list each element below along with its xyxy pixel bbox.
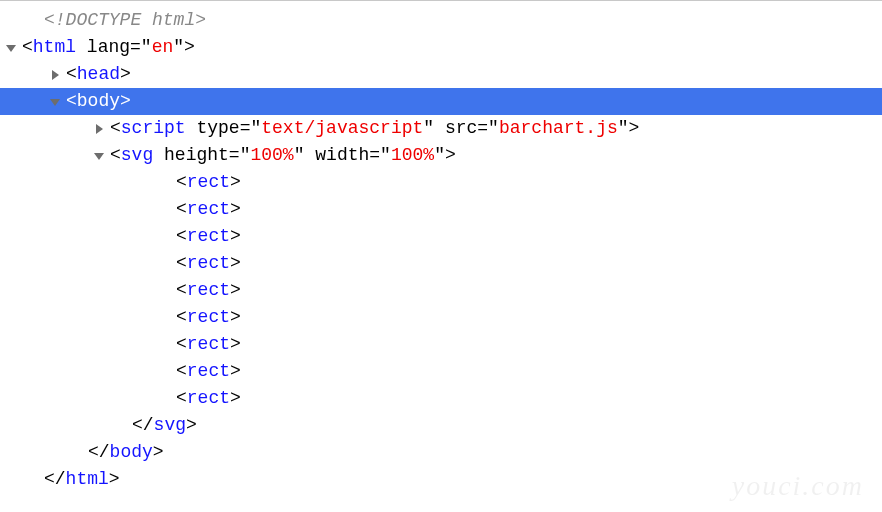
token-pn: <: [176, 172, 187, 192]
tree-row[interactable]: <head>: [0, 61, 882, 88]
token-pn: >: [230, 307, 241, 327]
token-pn: >: [230, 253, 241, 273]
tree-row[interactable]: <rect>: [0, 196, 882, 223]
token-an: width: [315, 145, 369, 165]
token-tg: html: [66, 469, 109, 489]
token-av: barchart.js: [499, 118, 618, 138]
node-text: <rect>: [176, 250, 241, 277]
disclosure-spacer: [154, 277, 176, 304]
token-pn: =": [477, 118, 499, 138]
token-pn: >: [120, 91, 131, 111]
node-text: <rect>: [176, 331, 241, 358]
tree-row[interactable]: <rect>: [0, 169, 882, 196]
node-text: <body>: [66, 88, 131, 115]
token-pn: >: [153, 442, 164, 462]
token-pn: </: [88, 442, 110, 462]
token-tg: svg: [121, 145, 153, 165]
tree-row[interactable]: <rect>: [0, 304, 882, 331]
tree-row[interactable]: <body>: [0, 88, 882, 115]
token-tg: rect: [187, 226, 230, 246]
tree-row[interactable]: <script type="text/javascript" src="barc…: [0, 115, 882, 142]
disclosure-spacer: [66, 439, 88, 466]
tree-row[interactable]: </svg>: [0, 412, 882, 439]
token-pn: >: [230, 388, 241, 408]
tree-row[interactable]: <rect>: [0, 250, 882, 277]
token-tg: rect: [187, 172, 230, 192]
token-pn: </: [44, 469, 66, 489]
token-pn: <: [176, 226, 187, 246]
token-av: 100%: [391, 145, 434, 165]
tree-row[interactable]: <svg height="100%" width="100%">: [0, 142, 882, 169]
token-tg: rect: [187, 361, 230, 381]
token-pn: <: [176, 280, 187, 300]
disclosure-spacer: [154, 250, 176, 277]
token-pn: >: [230, 199, 241, 219]
node-text: <!DOCTYPE html>: [44, 7, 206, 34]
token-pn: <: [176, 334, 187, 354]
disclosure-closed-icon[interactable]: [88, 123, 110, 135]
token-pn: >: [109, 469, 120, 489]
token-pn: <: [176, 199, 187, 219]
token-an: lang: [87, 37, 130, 57]
token-tg: rect: [187, 253, 230, 273]
token-pn: ">: [618, 118, 640, 138]
token-pn: ": [294, 145, 316, 165]
disclosure-spacer: [154, 304, 176, 331]
node-text: <rect>: [176, 304, 241, 331]
disclosure-open-icon[interactable]: [88, 150, 110, 162]
disclosure-open-icon[interactable]: [0, 42, 22, 54]
token-tg: rect: [187, 280, 230, 300]
disclosure-open-icon[interactable]: [44, 96, 66, 108]
disclosure-closed-icon[interactable]: [44, 69, 66, 81]
tree-row[interactable]: <rect>: [0, 331, 882, 358]
tree-row[interactable]: <!DOCTYPE html>: [0, 7, 882, 34]
tree-row[interactable]: <html lang="en">: [0, 34, 882, 61]
node-text: <rect>: [176, 277, 241, 304]
token-pn: [153, 145, 164, 165]
disclosure-spacer: [22, 466, 44, 493]
token-pn: <: [176, 388, 187, 408]
disclosure-spacer: [154, 169, 176, 196]
node-text: <rect>: [176, 196, 241, 223]
token-tg: body: [77, 91, 120, 111]
token-tg: svg: [154, 415, 186, 435]
token-pn: ">: [173, 37, 195, 57]
disclosure-spacer: [154, 358, 176, 385]
node-text: </svg>: [132, 412, 197, 439]
token-pn: <: [176, 253, 187, 273]
node-text: </html>: [44, 466, 120, 493]
dom-tree[interactable]: <!DOCTYPE html><html lang="en"><head><bo…: [0, 1, 882, 493]
token-an: src: [445, 118, 477, 138]
disclosure-spacer: [22, 7, 44, 34]
tree-row[interactable]: <rect>: [0, 358, 882, 385]
token-tg: script: [121, 118, 186, 138]
node-text: <svg height="100%" width="100%">: [110, 142, 456, 169]
watermark: youci.com: [732, 472, 864, 499]
token-pn: <: [66, 91, 77, 111]
node-text: </body>: [88, 439, 164, 466]
token-pn: <: [66, 64, 77, 84]
node-text: <head>: [66, 61, 131, 88]
disclosure-spacer: [154, 331, 176, 358]
token-an: type: [196, 118, 239, 138]
token-doctype: <!DOCTYPE html>: [44, 10, 206, 30]
token-av: text/javascript: [261, 118, 423, 138]
node-text: <html lang="en">: [22, 34, 195, 61]
token-pn: <: [22, 37, 33, 57]
node-text: <rect>: [176, 385, 241, 412]
token-av: en: [152, 37, 174, 57]
token-pn: ": [423, 118, 445, 138]
token-pn: >: [230, 334, 241, 354]
tree-row[interactable]: <rect>: [0, 277, 882, 304]
token-tg: head: [77, 64, 120, 84]
node-text: <script type="text/javascript" src="barc…: [110, 115, 639, 142]
token-pn: >: [186, 415, 197, 435]
token-tg: html: [33, 37, 76, 57]
token-pn: >: [230, 172, 241, 192]
tree-row[interactable]: <rect>: [0, 223, 882, 250]
token-pn: [76, 37, 87, 57]
token-pn: <: [176, 361, 187, 381]
token-tg: rect: [187, 334, 230, 354]
tree-row[interactable]: <rect>: [0, 385, 882, 412]
tree-row[interactable]: </body>: [0, 439, 882, 466]
